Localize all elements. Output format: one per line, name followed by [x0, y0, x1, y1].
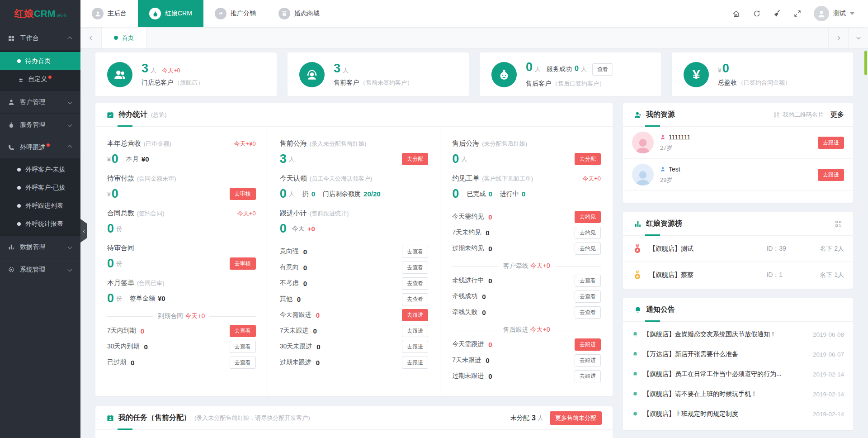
sidebar-item-outbound-report[interactable]: 外呼统计报表 [0, 215, 80, 233]
go-follow-button[interactable]: 去跟进 [818, 137, 844, 149]
panel-title: 通知公告 [646, 305, 675, 314]
ranking-qr-icon[interactable] [835, 220, 842, 228]
go-meet-button[interactable]: 去约见 [575, 243, 601, 255]
ranking-count: 名下 2人 [820, 245, 844, 253]
ranking-row[interactable]: 【旗舰店】测试 ID：39 名下 2人 [623, 236, 853, 262]
go-view-button[interactable]: 去查看 [402, 262, 428, 274]
topbar-actions: 测试 [732, 0, 868, 27]
go-follow-button[interactable]: 去跟进 [575, 370, 601, 382]
users-icon [107, 62, 132, 87]
sidebar-item-outbound-followlist[interactable]: 外呼跟进列表 [0, 197, 80, 215]
kpi-extra-value: ¥0 [158, 295, 165, 302]
tabs-menu-icon[interactable] [848, 27, 868, 48]
panel-title: 待办统计 [118, 110, 147, 119]
sidebar-item-outbound-dialed[interactable]: 外呼客户-已拔 [0, 179, 80, 197]
go-review-button[interactable]: 去审核 [230, 257, 256, 270]
go-view-button[interactable]: 去查看 [575, 306, 601, 319]
sidebar-item-label: 外呼客户-已拔 [25, 184, 66, 192]
tab-main-backend[interactable]: 主后台 [80, 0, 138, 27]
card-total-revenue[interactable]: ¥ ¥ 0 总盈收（已签约合同金额） [672, 52, 853, 96]
kpi-value: 0 [107, 223, 114, 235]
card-store-customers[interactable]: 3 人 今天+0 门店总客户（旗舰店） [95, 52, 277, 96]
resource-item[interactable]: 1111111 27岁 去跟进 [623, 127, 853, 159]
tabs-scroll-right-icon[interactable] [828, 27, 848, 48]
go-follow-button[interactable]: 去跟进 [402, 341, 428, 353]
tab-label: 红娘CRM [165, 10, 192, 18]
my-qr-card-link[interactable]: 我的二维码名片 [774, 111, 824, 119]
user-menu[interactable]: 测试 [814, 6, 854, 21]
sidebar-item-customer[interactable]: 客户管理 [0, 90, 80, 113]
row-count: 0 [303, 248, 307, 256]
chevron-up-icon [68, 36, 72, 41]
sidebar-item-outbound-undialed[interactable]: 外呼客户-未拔 [0, 161, 80, 179]
clear-cache-broom-icon[interactable] [773, 10, 781, 18]
sidebar-item-service[interactable]: 服务管理 [0, 113, 80, 136]
card-value: 0 [722, 62, 729, 75]
sidebar-item-todo-home[interactable]: 待办首页 [0, 52, 80, 70]
sidebar-item-workbench[interactable]: 工作台 [0, 27, 80, 50]
refresh-icon[interactable] [753, 10, 761, 18]
todo-col-aftersale: 售后公海(未分配售后红娘) 0人去分配 约见工单(客户线下见面工单)今天+0 0… [440, 127, 613, 396]
sidebar-item-system[interactable]: 系统管理 [0, 258, 80, 281]
go-view-button[interactable]: 去查看 [230, 325, 256, 337]
page-tab-home[interactable]: 首页 [101, 27, 146, 48]
go-view-button[interactable]: 去查看 [402, 293, 428, 305]
notice-row[interactable]: 【旗舰店】员工在日常工作当中必须遵守的行为... 2019-02-14 [623, 364, 853, 384]
row-label: 过期未跟进 [452, 372, 484, 380]
go-view-button[interactable]: 去查看 [402, 277, 428, 290]
more-link[interactable]: 更多 [830, 110, 844, 119]
go-view-button[interactable]: 去查看 [575, 290, 601, 303]
go-assign-button[interactable]: 去分配 [575, 153, 601, 165]
tab-matchmaker-crm[interactable]: 红娘CRM [138, 0, 203, 27]
kpi-unit: 份 [116, 295, 122, 303]
go-view-button[interactable]: 去查看 [575, 275, 601, 287]
fullscreen-icon[interactable] [793, 10, 802, 18]
go-follow-button[interactable]: 去跟进 [575, 338, 601, 351]
go-meet-button[interactable]: 去约见 [575, 211, 601, 223]
medal-red-icon [632, 243, 643, 254]
tab-promotion[interactable]: 推广分销 [203, 0, 267, 27]
go-review-button[interactable]: 去审核 [230, 188, 256, 200]
go-view-button[interactable]: 去查看 [230, 341, 256, 353]
sidebar-item-outbound[interactable]: 外呼跟进 [0, 136, 80, 158]
go-follow-button[interactable]: 去跟进 [402, 325, 428, 337]
more-unassigned-button[interactable]: 更多售前未分配 [550, 411, 602, 425]
notice-row[interactable]: 【万达店】新店开张需要什么准备 2019-06-07 [623, 344, 853, 364]
notice-row[interactable]: 【旗舰店】请不要在上班的时候玩手机！ 2019-02-14 [623, 384, 853, 404]
resource-name: Test [669, 166, 680, 173]
stat-row: 今天需约见0去约见 [452, 211, 601, 223]
go-follow-button[interactable]: 去跟进 [818, 169, 844, 181]
kpi-value: 0 [107, 292, 114, 305]
card-presale-customers[interactable]: 3 人 售前客户（售前未签约客户） [288, 52, 469, 96]
tab-marriage-mall[interactable]: 婚恋商城 [267, 0, 331, 27]
view-button[interactable]: 查看 [592, 63, 613, 76]
page-scrollbar-thumb[interactable] [864, 51, 867, 75]
unassigned-count: 3 [532, 414, 536, 422]
row-label: 今天需约见 [452, 213, 484, 221]
go-view-button[interactable]: 去查看 [230, 357, 256, 369]
chevron-up-icon [68, 145, 72, 150]
notice-row[interactable]: 【旗舰店】金媒婚恋交友系统国庆节放假通知！ 2019-06-08 [623, 324, 853, 344]
card-aftersale-customers[interactable]: 0 人 服务成功 0 人 查看 售后客户（售后已签约客户） [480, 52, 661, 96]
ranking-row[interactable]: 【旗舰店】蔡蔡 ID：1 名下 1人 [623, 262, 853, 288]
resource-item[interactable]: Test 29岁 去跟进 [623, 159, 853, 191]
go-view-button[interactable]: 去查看 [402, 246, 428, 258]
gear-icon [7, 266, 15, 274]
go-meet-button[interactable]: 去约见 [575, 227, 601, 239]
sidebar-item-custom[interactable]: ± 自定义 [0, 70, 80, 88]
go-follow-button[interactable]: 去跟进 [402, 309, 428, 321]
home-icon[interactable] [732, 10, 741, 18]
stat-row: 有意向0去查看 [280, 262, 429, 273]
bell-icon [632, 351, 638, 357]
sidebar-item-label: 外呼跟进列表 [25, 202, 63, 210]
go-follow-button[interactable]: 去跟进 [402, 357, 428, 369]
kpi-value: 0 [280, 223, 287, 235]
ranking-count: 名下 1人 [820, 271, 844, 279]
row-count: 0 [316, 343, 320, 351]
sidebar-item-data[interactable]: 数据管理 [0, 235, 80, 258]
tabs-scroll-left-icon[interactable] [80, 27, 101, 48]
go-follow-button[interactable]: 去跟进 [575, 354, 601, 367]
notice-title: 【旗舰店】上班规定时间规定制度 [643, 410, 813, 418]
go-assign-button[interactable]: 去分配 [402, 153, 428, 165]
notice-row[interactable]: 【旗舰店】上班规定时间规定制度 2019-02-14 [623, 404, 853, 424]
